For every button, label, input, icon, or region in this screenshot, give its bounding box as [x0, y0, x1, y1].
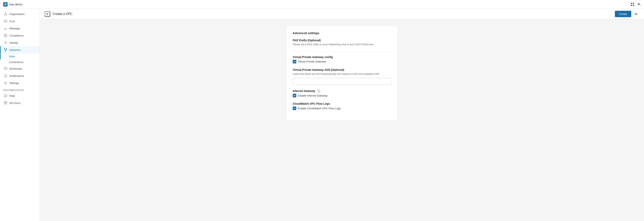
- vpc-settings-card: Advanced settings PHZ Prefix (Optional) …: [286, 26, 398, 121]
- cloudwatch-checkbox[interactable]: [293, 106, 296, 110]
- page-header-right: Create: [615, 11, 639, 17]
- user-icon[interactable]: [637, 2, 641, 6]
- svg-rect-15: [4, 68, 7, 70]
- vpg-config-group: Virtual Private Gateway config Virtual P…: [293, 56, 391, 64]
- internet-gateway-checkbox-label: Enable Internet Gateway: [298, 94, 328, 97]
- sidebar-item-wastage[interactable]: Wastage: [0, 25, 40, 32]
- main-content: Create a VPC Create Advanced settings PH…: [40, 9, 644, 221]
- close-button[interactable]: [633, 11, 639, 17]
- sidebar-item-organization-label: Organization: [9, 12, 25, 16]
- close-icon: [634, 12, 638, 16]
- back-arrow-icon: [46, 12, 49, 16]
- page-title: Create a VPC: [53, 12, 72, 16]
- cloudwatch-checkbox-row: Enable CloudWatch VPC Flow Logs: [293, 106, 391, 110]
- help-icon: [4, 94, 8, 98]
- internet-gateway-checkbox[interactable]: [293, 94, 296, 97]
- divider-1: [293, 51, 391, 52]
- phz-prefix-label: PHZ Prefix (Optional): [293, 39, 391, 42]
- svg-rect-4: [633, 5, 634, 6]
- grid-icon[interactable]: [630, 2, 634, 6]
- workloads-icon: [4, 67, 8, 70]
- topbar: stax-demo: [0, 0, 644, 9]
- svg-rect-3: [631, 5, 632, 6]
- svg-rect-13: [6, 48, 7, 50]
- sidebar-item-hubs[interactable]: Hubs: [0, 54, 40, 59]
- app-name: stax-demo: [9, 3, 22, 6]
- svg-rect-1: [631, 3, 632, 4]
- sidebar-item-connections[interactable]: Connections: [0, 59, 40, 65]
- vpg-config-label: Virtual Private Gateway config: [293, 56, 391, 59]
- sidebar-item-help-label: Help: [9, 94, 15, 97]
- topbar-left: stax-demo: [3, 2, 22, 6]
- sidebar-item-compliance-label: Compliance: [9, 34, 24, 37]
- settings-icon: [4, 81, 8, 85]
- vpg-asn-description: Leave this blank and we'll automatically…: [293, 72, 391, 76]
- svg-point-8: [6, 14, 7, 15]
- back-button[interactable]: [45, 11, 50, 17]
- sidebar-item-workloads[interactable]: Workloads: [0, 65, 40, 72]
- svg-rect-2: [633, 3, 634, 4]
- wastage-icon: [4, 26, 8, 30]
- sidebar-item-organization[interactable]: Organization: [0, 10, 40, 18]
- vpg-asn-label: Virtual Private Gateway ASN (Optional): [293, 68, 391, 72]
- identity-icon: [4, 41, 8, 44]
- internet-gateway-info-icon[interactable]: [317, 90, 320, 92]
- sidebar-item-connections-label: Connections: [9, 61, 23, 64]
- notifications-icon: [4, 74, 8, 78]
- internet-gateway-checkbox-row: Enable Internet Gateway: [293, 94, 391, 97]
- cost-icon: [4, 19, 8, 23]
- svg-rect-18: [4, 102, 7, 104]
- cloudwatch-group: CloudWatch VPC Flow Logs Enable CloudWat…: [293, 102, 391, 110]
- sidebar-item-cost[interactable]: Cost: [0, 18, 40, 25]
- check-icon: [293, 60, 296, 63]
- api-docs-icon: [4, 101, 8, 105]
- sidebar-item-help[interactable]: Help: [0, 92, 40, 99]
- sidebar-item-networks-label: Networks: [9, 48, 20, 52]
- topbar-right: [630, 2, 641, 6]
- app-layout: Organization Cost Wastage Compliance: [0, 0, 644, 221]
- cloudwatch-checkbox-label: Enable CloudWatch VPC Flow Logs: [298, 107, 341, 110]
- sidebar-item-identity-label: Identity: [9, 41, 18, 44]
- page-body: Advanced settings PHZ Prefix (Optional) …: [40, 19, 644, 221]
- svg-point-11: [5, 42, 6, 43]
- cloudwatch-label: CloudWatch VPC Flow Logs: [293, 102, 391, 105]
- documentation-section-label: DOCUMENTATION: [0, 86, 40, 92]
- sidebar-item-settings[interactable]: Settings: [0, 80, 40, 86]
- sidebar-item-cost-label: Cost: [9, 20, 15, 23]
- svg-rect-14: [5, 50, 6, 52]
- sidebar-item-settings-label: Settings: [9, 82, 19, 84]
- sidebar-item-networks[interactable]: Networks: [0, 46, 40, 54]
- create-button[interactable]: Create: [615, 11, 631, 17]
- phz-prefix-group: PHZ Prefix (Optional) Please set a PHZ S…: [293, 39, 391, 46]
- svg-point-16: [5, 82, 6, 83]
- internet-gateway-label: Internet Gateway: [293, 89, 391, 93]
- svg-point-17: [4, 94, 7, 97]
- vpg-checkbox-row: Virtual Private Gateway: [293, 60, 391, 64]
- sidebar-item-notifications-label: Notifications: [9, 74, 24, 78]
- sidebar-item-compliance[interactable]: Compliance: [0, 32, 40, 39]
- organization-icon: [4, 12, 8, 16]
- check-icon-3: [293, 107, 296, 110]
- phz-prefix-description: Please set a PHZ Suffix on your Networki…: [293, 43, 391, 46]
- sidebar-item-api-docs-label: API Docs: [9, 102, 20, 104]
- page-header-left: Create a VPC: [45, 11, 72, 17]
- compliance-icon: [4, 34, 8, 37]
- sidebar-item-notifications[interactable]: Notifications: [0, 72, 40, 80]
- sidebar-item-api-docs[interactable]: API Docs: [0, 99, 40, 106]
- vpg-asn-input[interactable]: [293, 78, 391, 84]
- sidebar-item-identity[interactable]: Identity: [0, 39, 40, 46]
- sidebar-item-hubs-label: Hubs: [9, 55, 15, 58]
- svg-point-7: [4, 14, 5, 15]
- svg-rect-12: [4, 48, 5, 50]
- page-header: Create a VPC Create: [40, 9, 644, 19]
- check-icon-2: [293, 94, 296, 97]
- stax-logo-icon: [3, 2, 8, 6]
- sidebar-item-workloads-label: Workloads: [9, 67, 22, 70]
- sidebar: Organization Cost Wastage Compliance: [0, 9, 40, 221]
- svg-point-20: [318, 90, 319, 90]
- vpg-checkbox-label: Virtual Private Gateway: [298, 60, 326, 63]
- svg-point-6: [5, 12, 6, 14]
- advanced-settings-title: Advanced settings: [293, 31, 391, 35]
- vpg-checkbox[interactable]: [293, 60, 296, 64]
- networks-icon: [4, 48, 8, 52]
